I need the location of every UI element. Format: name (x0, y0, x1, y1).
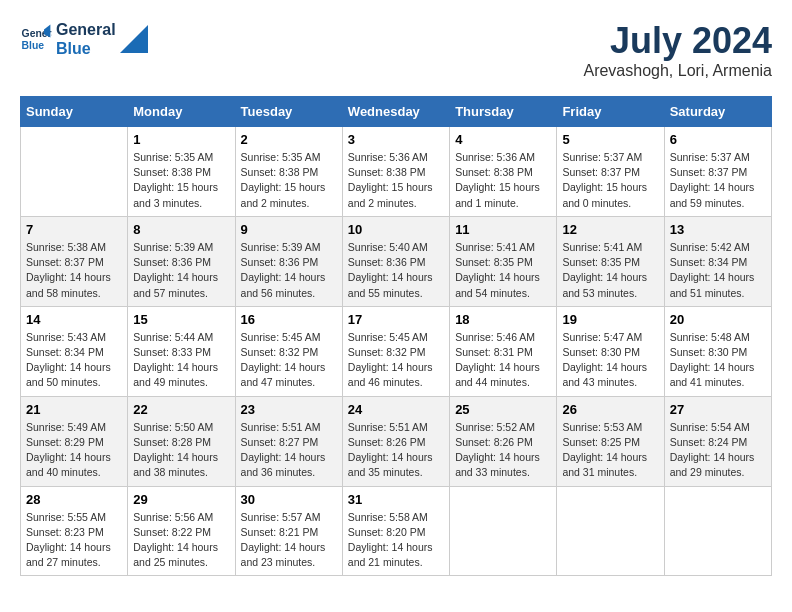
day-number: 12 (562, 222, 658, 237)
calendar-week-row: 21Sunrise: 5:49 AMSunset: 8:29 PMDayligh… (21, 396, 772, 486)
day-number: 24 (348, 402, 444, 417)
calendar-week-row: 7Sunrise: 5:38 AMSunset: 8:37 PMDaylight… (21, 216, 772, 306)
day-info: Sunrise: 5:39 AMSunset: 8:36 PMDaylight:… (133, 240, 229, 301)
day-number: 10 (348, 222, 444, 237)
calendar-cell: 21Sunrise: 5:49 AMSunset: 8:29 PMDayligh… (21, 396, 128, 486)
day-number: 2 (241, 132, 337, 147)
day-number: 22 (133, 402, 229, 417)
header-thursday: Thursday (450, 97, 557, 127)
calendar-cell (664, 486, 771, 576)
calendar-cell: 14Sunrise: 5:43 AMSunset: 8:34 PMDayligh… (21, 306, 128, 396)
logo-triangle-icon (120, 25, 148, 53)
day-info: Sunrise: 5:53 AMSunset: 8:25 PMDaylight:… (562, 420, 658, 481)
day-info: Sunrise: 5:45 AMSunset: 8:32 PMDaylight:… (241, 330, 337, 391)
calendar-cell: 23Sunrise: 5:51 AMSunset: 8:27 PMDayligh… (235, 396, 342, 486)
day-info: Sunrise: 5:48 AMSunset: 8:30 PMDaylight:… (670, 330, 766, 391)
day-number: 17 (348, 312, 444, 327)
day-info: Sunrise: 5:50 AMSunset: 8:28 PMDaylight:… (133, 420, 229, 481)
day-number: 20 (670, 312, 766, 327)
day-number: 21 (26, 402, 122, 417)
day-info: Sunrise: 5:42 AMSunset: 8:34 PMDaylight:… (670, 240, 766, 301)
calendar-cell: 28Sunrise: 5:55 AMSunset: 8:23 PMDayligh… (21, 486, 128, 576)
header-sunday: Sunday (21, 97, 128, 127)
day-info: Sunrise: 5:46 AMSunset: 8:31 PMDaylight:… (455, 330, 551, 391)
calendar-cell: 7Sunrise: 5:38 AMSunset: 8:37 PMDaylight… (21, 216, 128, 306)
calendar-title: July 2024 (583, 20, 772, 62)
calendar-week-row: 28Sunrise: 5:55 AMSunset: 8:23 PMDayligh… (21, 486, 772, 576)
day-number: 25 (455, 402, 551, 417)
day-number: 31 (348, 492, 444, 507)
day-info: Sunrise: 5:36 AMSunset: 8:38 PMDaylight:… (348, 150, 444, 211)
calendar-cell: 19Sunrise: 5:47 AMSunset: 8:30 PMDayligh… (557, 306, 664, 396)
day-number: 14 (26, 312, 122, 327)
calendar-cell: 2Sunrise: 5:35 AMSunset: 8:38 PMDaylight… (235, 127, 342, 217)
day-info: Sunrise: 5:39 AMSunset: 8:36 PMDaylight:… (241, 240, 337, 301)
calendar-cell: 24Sunrise: 5:51 AMSunset: 8:26 PMDayligh… (342, 396, 449, 486)
day-info: Sunrise: 5:58 AMSunset: 8:20 PMDaylight:… (348, 510, 444, 571)
calendar-week-row: 14Sunrise: 5:43 AMSunset: 8:34 PMDayligh… (21, 306, 772, 396)
day-number: 19 (562, 312, 658, 327)
svg-marker-3 (120, 25, 148, 53)
calendar-cell: 4Sunrise: 5:36 AMSunset: 8:38 PMDaylight… (450, 127, 557, 217)
day-number: 9 (241, 222, 337, 237)
day-info: Sunrise: 5:38 AMSunset: 8:37 PMDaylight:… (26, 240, 122, 301)
calendar-cell: 20Sunrise: 5:48 AMSunset: 8:30 PMDayligh… (664, 306, 771, 396)
day-info: Sunrise: 5:43 AMSunset: 8:34 PMDaylight:… (26, 330, 122, 391)
day-number: 13 (670, 222, 766, 237)
day-info: Sunrise: 5:36 AMSunset: 8:38 PMDaylight:… (455, 150, 551, 211)
logo: General Blue General Blue (20, 20, 148, 58)
day-info: Sunrise: 5:51 AMSunset: 8:26 PMDaylight:… (348, 420, 444, 481)
day-info: Sunrise: 5:47 AMSunset: 8:30 PMDaylight:… (562, 330, 658, 391)
calendar-cell: 12Sunrise: 5:41 AMSunset: 8:35 PMDayligh… (557, 216, 664, 306)
day-number: 4 (455, 132, 551, 147)
calendar-cell: 22Sunrise: 5:50 AMSunset: 8:28 PMDayligh… (128, 396, 235, 486)
day-number: 30 (241, 492, 337, 507)
calendar-cell: 27Sunrise: 5:54 AMSunset: 8:24 PMDayligh… (664, 396, 771, 486)
calendar-cell (450, 486, 557, 576)
day-number: 23 (241, 402, 337, 417)
calendar-header-row: SundayMondayTuesdayWednesdayThursdayFrid… (21, 97, 772, 127)
day-info: Sunrise: 5:54 AMSunset: 8:24 PMDaylight:… (670, 420, 766, 481)
day-info: Sunrise: 5:57 AMSunset: 8:21 PMDaylight:… (241, 510, 337, 571)
day-number: 5 (562, 132, 658, 147)
day-number: 3 (348, 132, 444, 147)
day-number: 7 (26, 222, 122, 237)
day-info: Sunrise: 5:41 AMSunset: 8:35 PMDaylight:… (562, 240, 658, 301)
day-info: Sunrise: 5:40 AMSunset: 8:36 PMDaylight:… (348, 240, 444, 301)
day-number: 16 (241, 312, 337, 327)
day-number: 6 (670, 132, 766, 147)
day-info: Sunrise: 5:35 AMSunset: 8:38 PMDaylight:… (133, 150, 229, 211)
calendar-cell: 10Sunrise: 5:40 AMSunset: 8:36 PMDayligh… (342, 216, 449, 306)
calendar-table: SundayMondayTuesdayWednesdayThursdayFrid… (20, 96, 772, 576)
header-tuesday: Tuesday (235, 97, 342, 127)
day-info: Sunrise: 5:49 AMSunset: 8:29 PMDaylight:… (26, 420, 122, 481)
header: General Blue General Blue July 2024 Arev… (20, 20, 772, 80)
calendar-cell: 30Sunrise: 5:57 AMSunset: 8:21 PMDayligh… (235, 486, 342, 576)
day-info: Sunrise: 5:55 AMSunset: 8:23 PMDaylight:… (26, 510, 122, 571)
calendar-cell (21, 127, 128, 217)
calendar-cell: 5Sunrise: 5:37 AMSunset: 8:37 PMDaylight… (557, 127, 664, 217)
calendar-cell: 6Sunrise: 5:37 AMSunset: 8:37 PMDaylight… (664, 127, 771, 217)
calendar-cell: 3Sunrise: 5:36 AMSunset: 8:38 PMDaylight… (342, 127, 449, 217)
logo-icon: General Blue (20, 23, 52, 55)
calendar-cell: 15Sunrise: 5:44 AMSunset: 8:33 PMDayligh… (128, 306, 235, 396)
day-number: 26 (562, 402, 658, 417)
day-info: Sunrise: 5:56 AMSunset: 8:22 PMDaylight:… (133, 510, 229, 571)
calendar-cell: 13Sunrise: 5:42 AMSunset: 8:34 PMDayligh… (664, 216, 771, 306)
day-number: 8 (133, 222, 229, 237)
calendar-cell: 26Sunrise: 5:53 AMSunset: 8:25 PMDayligh… (557, 396, 664, 486)
day-info: Sunrise: 5:51 AMSunset: 8:27 PMDaylight:… (241, 420, 337, 481)
calendar-cell: 18Sunrise: 5:46 AMSunset: 8:31 PMDayligh… (450, 306, 557, 396)
calendar-body: 1Sunrise: 5:35 AMSunset: 8:38 PMDaylight… (21, 127, 772, 576)
calendar-week-row: 1Sunrise: 5:35 AMSunset: 8:38 PMDaylight… (21, 127, 772, 217)
calendar-cell: 11Sunrise: 5:41 AMSunset: 8:35 PMDayligh… (450, 216, 557, 306)
calendar-cell: 8Sunrise: 5:39 AMSunset: 8:36 PMDaylight… (128, 216, 235, 306)
day-number: 27 (670, 402, 766, 417)
day-info: Sunrise: 5:45 AMSunset: 8:32 PMDaylight:… (348, 330, 444, 391)
day-number: 28 (26, 492, 122, 507)
title-area: July 2024 Arevashogh, Lori, Armenia (583, 20, 772, 80)
calendar-cell: 1Sunrise: 5:35 AMSunset: 8:38 PMDaylight… (128, 127, 235, 217)
svg-text:Blue: Blue (22, 40, 45, 51)
calendar-cell: 25Sunrise: 5:52 AMSunset: 8:26 PMDayligh… (450, 396, 557, 486)
day-number: 15 (133, 312, 229, 327)
